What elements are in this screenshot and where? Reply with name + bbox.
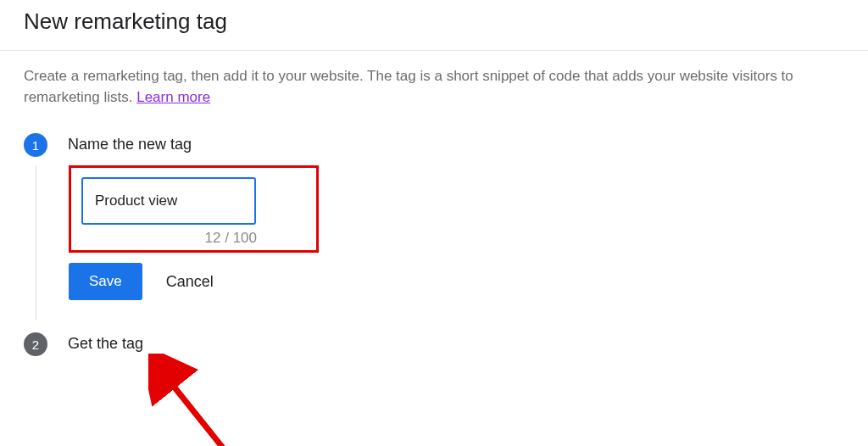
step-2-badge: 2	[24, 332, 47, 356]
step-1-title: Name the new tag	[68, 136, 192, 153]
step-1-badge: 1	[24, 133, 47, 157]
page-description: Create a remarketing tag, then add it to…	[0, 51, 839, 108]
annotation-highlight: 12 / 100	[69, 165, 319, 253]
step-2: 2 Get the tag	[24, 332, 868, 356]
annotation-arrow-icon	[148, 354, 250, 446]
char-counter: 12 / 100	[81, 230, 306, 247]
page-title: New remarketing tag	[0, 0, 868, 50]
step-1-body: 12 / 100 Save Cancel	[36, 165, 868, 321]
cancel-button[interactable]: Cancel	[166, 273, 214, 291]
learn-more-link[interactable]: Learn more	[136, 89, 210, 105]
save-button[interactable]: Save	[69, 263, 142, 300]
step-2-title: Get the tag	[68, 335, 143, 353]
step-1: 1 Name the new tag	[24, 133, 868, 157]
svg-line-1	[168, 379, 229, 446]
steps-container: 1 Name the new tag 12 / 100 Save Cancel …	[0, 108, 868, 356]
step-1-actions: Save Cancel	[69, 263, 868, 300]
tag-name-input[interactable]	[81, 177, 256, 225]
